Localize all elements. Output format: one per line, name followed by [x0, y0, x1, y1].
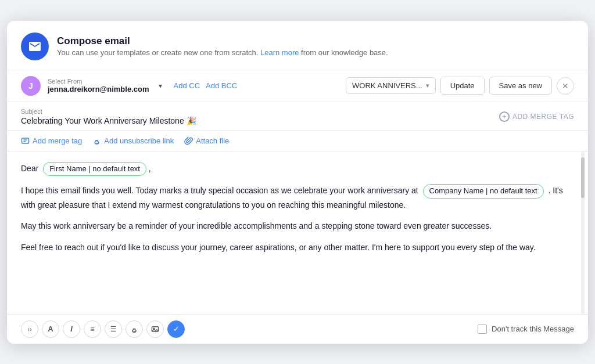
subject-label: Subject [21, 108, 499, 115]
image-icon [151, 325, 159, 333]
check-icon: ✓ [173, 325, 180, 333]
compose-icon [21, 33, 49, 60]
compose-email-modal: Compose email You can use your templates… [7, 21, 588, 344]
link-button[interactable] [126, 320, 143, 338]
greeting-paragraph: Dear First Name | no default text , [21, 162, 574, 176]
toolbar-row: Add merge tag Add unsubscribe link Attac… [7, 131, 588, 152]
add-unsubscribe-toolbar-btn[interactable]: Add unsubscribe link [92, 136, 174, 145]
from-email: jenna.dreikorn@nimble.com [48, 85, 149, 93]
circle-plus-icon: + [499, 111, 510, 122]
save-as-new-button[interactable]: Save as new [489, 77, 552, 95]
align-icon: ≡ [90, 325, 94, 333]
from-label: Select From [48, 78, 149, 85]
cc-bcc-group: Add CC Add BCC [174, 81, 238, 90]
avatar: J [21, 76, 41, 96]
template-name: WORK ANNIVERS... [352, 81, 422, 90]
footer-toolbar: ‹› A I ≡ ☰ ✓ [7, 314, 588, 344]
link-icon [130, 325, 138, 333]
code-format-button[interactable]: ‹› [21, 320, 38, 338]
check-button[interactable]: ✓ [167, 320, 185, 338]
greeting-text: Dear [21, 164, 38, 173]
page-title: Compose email [57, 35, 388, 47]
close-button[interactable]: ✕ [557, 77, 574, 95]
merge-tag-icon [21, 136, 30, 145]
template-dropdown: WORK ANNIVERS... ▾ Update Save as new ✕ [346, 77, 574, 95]
template-arrow-icon: ▾ [426, 82, 429, 89]
subject-content: Subject Celebrating Your Work Anniversar… [21, 108, 499, 125]
dont-track-checkbox[interactable] [478, 325, 487, 334]
template-select[interactable]: WORK ANNIVERS... ▾ [346, 77, 436, 94]
subject-value[interactable]: Celebrating Your Work Anniversary Milest… [21, 116, 499, 125]
add-merge-tag-button[interactable]: + ADD MERGE TAG [499, 111, 574, 122]
dont-track-group: Don't track this Message [478, 325, 574, 334]
modal-header: Compose email You can use your templates… [7, 21, 588, 70]
add-cc-button[interactable]: Add CC [174, 81, 200, 90]
dont-track-label: Don't track this Message [492, 325, 574, 333]
code-icon: ‹› [27, 326, 31, 333]
envelope-icon [28, 39, 42, 53]
email-body[interactable]: Dear First Name | no default text , I ho… [7, 152, 588, 314]
from-row: J Select From jenna.dreikorn@nimble.com … [7, 70, 588, 102]
company-name-merge-tag[interactable]: Company Name | no default text [423, 184, 544, 199]
header-text: Compose email You can use your templates… [57, 35, 388, 57]
link-toolbar-icon [92, 136, 101, 145]
scrollbar-track [581, 152, 585, 314]
paragraph-1: I hope this email finds you well. Today … [21, 184, 574, 211]
subject-row: Subject Celebrating Your Work Anniversar… [7, 102, 588, 131]
subtitle: You can use your templates or create new… [57, 48, 388, 57]
list-button[interactable]: ☰ [105, 320, 122, 338]
paragraph-3: Feel free to reach out if you'd like to … [21, 241, 574, 254]
paragraph-2: May this work anniversary be a reminder … [21, 219, 574, 232]
font-icon: A [48, 325, 53, 333]
scrollbar-thumb[interactable] [581, 157, 585, 198]
italic-icon: I [70, 325, 73, 333]
font-button[interactable]: A [42, 320, 59, 338]
italic-button[interactable]: I [63, 320, 80, 338]
update-button[interactable]: Update [440, 77, 485, 95]
first-name-merge-tag[interactable]: First Name | no default text [43, 162, 146, 176]
learn-more-link[interactable]: Learn more [260, 48, 299, 57]
from-info: Select From jenna.dreikorn@nimble.com [48, 78, 149, 93]
attach-file-toolbar-btn[interactable]: Attach file [184, 136, 229, 145]
list-icon: ☰ [110, 325, 117, 333]
add-merge-tag-toolbar-btn[interactable]: Add merge tag [21, 136, 82, 145]
align-button[interactable]: ≡ [84, 320, 101, 338]
image-button[interactable] [146, 320, 164, 338]
attach-icon [184, 136, 193, 145]
add-bcc-button[interactable]: Add BCC [206, 81, 237, 90]
from-dropdown-arrow[interactable]: ▾ [159, 82, 162, 90]
svg-rect-0 [22, 138, 29, 143]
